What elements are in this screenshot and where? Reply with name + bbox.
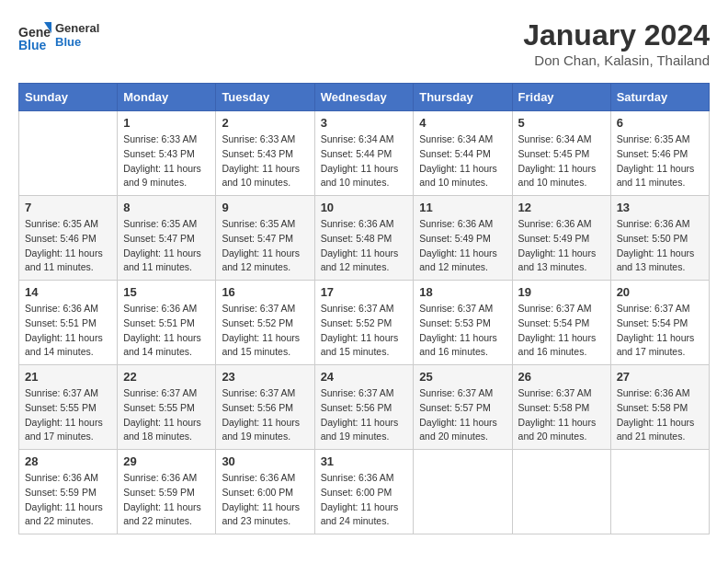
calendar-cell: 5Sunrise: 6:34 AMSunset: 5:45 PMDaylight… [512,111,610,196]
day-number: 21 [25,370,111,384]
calendar-week-1: 1Sunrise: 6:33 AMSunset: 5:43 PMDaylight… [19,111,710,196]
calendar-week-5: 28Sunrise: 6:36 AMSunset: 5:59 PMDayligh… [19,450,710,534]
calendar-cell: 26Sunrise: 6:37 AMSunset: 5:58 PMDayligh… [512,365,610,450]
calendar-body: 1Sunrise: 6:33 AMSunset: 5:43 PMDaylight… [19,111,710,534]
weekday-header-friday: Friday [512,84,610,111]
calendar-cell: 13Sunrise: 6:36 AMSunset: 5:50 PMDayligh… [610,196,709,281]
day-info: Sunrise: 6:37 AMSunset: 5:57 PMDaylight:… [419,386,506,444]
day-number: 19 [518,285,605,299]
calendar-cell: 10Sunrise: 6:36 AMSunset: 5:48 PMDayligh… [314,196,414,281]
calendar-header: SundayMondayTuesdayWednesdayThursdayFrid… [19,84,710,111]
calendar-cell [512,450,610,534]
calendar-cell: 30Sunrise: 6:36 AMSunset: 6:00 PMDayligh… [216,450,314,534]
day-number: 10 [321,201,408,214]
day-number: 27 [617,370,703,384]
calendar-cell: 15Sunrise: 6:36 AMSunset: 5:51 PMDayligh… [118,281,216,365]
day-info: Sunrise: 6:36 AMSunset: 6:00 PMDaylight:… [222,471,308,529]
day-info: Sunrise: 6:37 AMSunset: 5:52 PMDaylight:… [222,302,308,360]
calendar-cell [19,111,118,196]
calendar-title: January 2024 [523,18,710,52]
day-number: 26 [518,370,605,384]
day-info: Sunrise: 6:36 AMSunset: 5:48 PMDaylight:… [321,217,408,275]
calendar-cell: 9Sunrise: 6:35 AMSunset: 5:47 PMDaylight… [216,196,314,281]
day-number: 29 [123,454,210,468]
calendar-cell: 16Sunrise: 6:37 AMSunset: 5:52 PMDayligh… [216,281,314,365]
weekday-header-monday: Monday [118,84,216,111]
weekday-header-sunday: Sunday [19,84,118,111]
logo-general: General [55,21,99,35]
day-info: Sunrise: 6:35 AMSunset: 5:47 PMDaylight:… [222,217,308,275]
day-number: 16 [222,285,308,299]
calendar-cell [414,450,512,534]
day-number: 8 [123,201,210,214]
day-number: 13 [617,201,703,214]
day-info: Sunrise: 6:35 AMSunset: 5:46 PMDaylight:… [617,132,703,190]
day-number: 15 [123,285,210,299]
day-number: 3 [321,116,408,130]
day-number: 6 [617,116,703,130]
day-number: 14 [25,285,111,299]
day-number: 4 [419,116,506,130]
day-info: Sunrise: 6:36 AMSunset: 5:58 PMDaylight:… [617,386,703,444]
svg-text:Blue: Blue [18,38,47,52]
calendar-subtitle: Don Chan, Kalasin, Thailand [523,52,710,68]
weekday-header-saturday: Saturday [610,84,709,111]
calendar-cell: 14Sunrise: 6:36 AMSunset: 5:51 PMDayligh… [19,281,118,365]
day-info: Sunrise: 6:37 AMSunset: 5:52 PMDaylight:… [321,302,408,360]
calendar-week-4: 21Sunrise: 6:37 AMSunset: 5:55 PMDayligh… [19,365,710,450]
calendar-cell: 20Sunrise: 6:37 AMSunset: 5:54 PMDayligh… [610,281,709,365]
day-number: 5 [518,116,605,130]
day-info: Sunrise: 6:36 AMSunset: 5:59 PMDaylight:… [123,471,210,529]
day-number: 2 [222,116,308,130]
calendar-cell: 24Sunrise: 6:37 AMSunset: 5:56 PMDayligh… [314,365,414,450]
day-info: Sunrise: 6:36 AMSunset: 5:59 PMDaylight:… [25,471,111,529]
day-number: 30 [222,454,308,468]
day-info: Sunrise: 6:36 AMSunset: 5:51 PMDaylight:… [123,302,210,360]
calendar-cell: 25Sunrise: 6:37 AMSunset: 5:57 PMDayligh… [414,365,512,450]
calendar-week-3: 14Sunrise: 6:36 AMSunset: 5:51 PMDayligh… [19,281,710,365]
day-info: Sunrise: 6:36 AMSunset: 5:51 PMDaylight:… [25,302,111,360]
day-info: Sunrise: 6:37 AMSunset: 5:56 PMDaylight:… [222,386,308,444]
weekday-header-row: SundayMondayTuesdayWednesdayThursdayFrid… [19,84,710,111]
calendar-table: SundayMondayTuesdayWednesdayThursdayFrid… [18,83,710,534]
calendar-cell [610,450,709,534]
day-info: Sunrise: 6:37 AMSunset: 5:53 PMDaylight:… [419,302,506,360]
day-info: Sunrise: 6:34 AMSunset: 5:44 PMDaylight:… [321,132,408,190]
calendar-cell: 2Sunrise: 6:33 AMSunset: 5:43 PMDaylight… [216,111,314,196]
calendar-cell: 3Sunrise: 6:34 AMSunset: 5:44 PMDaylight… [314,111,414,196]
weekday-header-thursday: Thursday [414,84,512,111]
day-number: 22 [123,370,210,384]
calendar-cell: 28Sunrise: 6:36 AMSunset: 5:59 PMDayligh… [19,450,118,534]
day-info: Sunrise: 6:36 AMSunset: 5:50 PMDaylight:… [617,217,703,275]
title-section: January 2024 Don Chan, Kalasin, Thailand [523,18,710,68]
day-number: 9 [222,201,308,214]
calendar-cell: 22Sunrise: 6:37 AMSunset: 5:55 PMDayligh… [118,365,216,450]
day-info: Sunrise: 6:35 AMSunset: 5:47 PMDaylight:… [123,217,210,275]
day-number: 20 [617,285,703,299]
calendar-cell: 7Sunrise: 6:35 AMSunset: 5:46 PMDaylight… [19,196,118,281]
day-number: 24 [321,370,408,384]
page-header: General Blue General Blue January 2024 D… [18,18,710,68]
day-number: 23 [222,370,308,384]
calendar-cell: 4Sunrise: 6:34 AMSunset: 5:44 PMDaylight… [414,111,512,196]
logo-icon: General Blue [18,18,51,52]
day-info: Sunrise: 6:37 AMSunset: 5:55 PMDaylight:… [123,386,210,444]
weekday-header-tuesday: Tuesday [216,84,314,111]
day-number: 28 [25,454,111,468]
day-number: 31 [321,454,408,468]
calendar-cell: 11Sunrise: 6:36 AMSunset: 5:49 PMDayligh… [414,196,512,281]
day-info: Sunrise: 6:37 AMSunset: 5:54 PMDaylight:… [617,302,703,360]
day-number: 7 [25,201,111,214]
day-info: Sunrise: 6:36 AMSunset: 5:49 PMDaylight:… [518,217,605,275]
calendar-cell: 31Sunrise: 6:36 AMSunset: 6:00 PMDayligh… [314,450,414,534]
day-info: Sunrise: 6:37 AMSunset: 5:56 PMDaylight:… [321,386,408,444]
calendar-cell: 21Sunrise: 6:37 AMSunset: 5:55 PMDayligh… [19,365,118,450]
day-info: Sunrise: 6:33 AMSunset: 5:43 PMDaylight:… [123,132,210,190]
day-info: Sunrise: 6:37 AMSunset: 5:58 PMDaylight:… [518,386,605,444]
calendar-cell: 17Sunrise: 6:37 AMSunset: 5:52 PMDayligh… [314,281,414,365]
calendar-week-2: 7Sunrise: 6:35 AMSunset: 5:46 PMDaylight… [19,196,710,281]
day-number: 1 [123,116,210,130]
day-info: Sunrise: 6:36 AMSunset: 5:49 PMDaylight:… [419,217,506,275]
day-number: 25 [419,370,506,384]
day-info: Sunrise: 6:34 AMSunset: 5:45 PMDaylight:… [518,132,605,190]
